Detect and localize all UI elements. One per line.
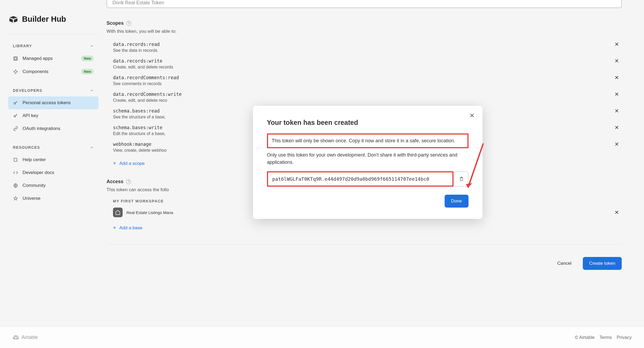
clipboard-icon (459, 176, 464, 182)
footer-brand: Airtable (12, 335, 38, 340)
apps-icon (13, 56, 18, 61)
plus-icon: + (113, 160, 116, 166)
key-icon (13, 100, 18, 106)
svg-line-7 (468, 143, 483, 188)
footer-terms-link[interactable]: Terms (599, 335, 612, 340)
sidebar-item-api-key[interactable]: API key (8, 109, 98, 122)
section-developers[interactable]: Developers (8, 85, 98, 96)
sidebar-item-developer-docs[interactable]: Developer docs (8, 166, 98, 179)
sidebar-item-label: Managed apps (23, 56, 53, 61)
sidebar-item-universe[interactable]: Universe (8, 192, 98, 205)
sidebar: Builder Hub Library Managed apps New Com… (0, 0, 107, 318)
footer-brand-text: Airtable (21, 335, 38, 340)
base-name: Real Estate Listings Mana (126, 210, 173, 215)
sidebar-item-help-center[interactable]: Help center (8, 153, 98, 166)
add-base-link[interactable]: + Add a base (107, 217, 622, 231)
brand: Builder Hub (8, 15, 98, 24)
remove-scope-button[interactable]: ✕ (612, 92, 622, 97)
add-scope-label: Add a scope (119, 161, 145, 166)
sidebar-item-label: OAuth integrations (23, 126, 60, 131)
new-badge: New (81, 56, 94, 61)
book-icon (13, 157, 18, 162)
sidebar-item-label: Universe (23, 196, 41, 201)
sidebar-item-label: Personal access tokens (23, 100, 71, 106)
section-resources[interactable]: Resources (8, 142, 98, 153)
help-icon[interactable]: ? (126, 21, 131, 26)
scope-code: data.records:read (113, 42, 160, 47)
chevron-down-icon (90, 44, 94, 48)
scope-item: data.recordComments:writeCreate, edit, a… (113, 89, 622, 106)
new-badge: New (81, 69, 94, 74)
section-library[interactable]: Library (8, 40, 98, 52)
plus-icon: + (113, 225, 116, 231)
remove-scope-button[interactable]: ✕ (612, 142, 622, 147)
modal-title: Your token has been created (267, 119, 469, 126)
sidebar-item-label: Components (23, 69, 48, 74)
cancel-button[interactable]: Cancel (551, 257, 578, 270)
scope-description: Create, edit, and delete reco (113, 98, 182, 103)
modal-warning-text: This token will only be shown once. Copy… (272, 137, 464, 144)
remove-scope-button[interactable]: ✕ (612, 58, 622, 64)
svg-rect-1 (14, 57, 17, 60)
chevron-down-icon (90, 146, 94, 149)
scope-description: Create, edit, and delete records (113, 65, 173, 70)
done-button[interactable]: Done (445, 195, 469, 208)
key-icon (13, 113, 18, 118)
remove-scope-button[interactable]: ✕ (612, 75, 622, 80)
remove-scope-button[interactable]: ✕ (612, 42, 622, 47)
scope-code: webhook:manage (113, 142, 167, 147)
scope-description: See the data in records (113, 48, 160, 53)
token-name-input[interactable]: Dorik Real Estate Token (107, 0, 622, 8)
remove-base-button[interactable]: ✕ (612, 210, 622, 215)
scope-code: schema.bases:write (113, 125, 166, 130)
create-token-button[interactable]: Create token (583, 257, 622, 270)
sidebar-item-label: Developer docs (23, 170, 54, 175)
footer-copyright: © Airtable (575, 335, 595, 340)
scope-code: schema.bases:read (113, 108, 166, 114)
scope-description: Edit the structure of a base, (113, 131, 166, 136)
sidebar-item-personal-access-tokens[interactable]: Personal access tokens (8, 96, 98, 109)
link-icon (13, 126, 18, 131)
section-label: Resources (13, 145, 40, 150)
scope-description: View, create, delete webhoo (113, 148, 167, 153)
add-base-label: Add a base (119, 225, 142, 231)
sidebar-item-components[interactable]: Components New (8, 65, 98, 78)
code-icon (13, 170, 18, 175)
copy-token-button[interactable] (454, 171, 469, 187)
sidebar-item-oauth[interactable]: OAuth integrations (8, 122, 98, 135)
globe-icon (13, 183, 18, 188)
sidebar-item-label: Community (23, 183, 46, 188)
warning-highlight: This token will only be shown once. Copy… (267, 133, 469, 148)
brand-icon (9, 16, 18, 23)
help-icon[interactable]: ? (126, 179, 131, 184)
component-icon (13, 69, 18, 74)
airtable-icon (12, 335, 19, 340)
modal-info-text: Only use this token for your own develop… (267, 151, 469, 166)
section-label: Developers (13, 88, 42, 93)
star-icon (13, 196, 18, 201)
base-icon (113, 208, 123, 217)
access-title: Access (107, 179, 123, 184)
token-value[interactable]: pat6lWGLFaT0KTq9R.e44d497d20d9a0bd969f66… (267, 171, 453, 187)
scope-description: See the structure of a base, (113, 115, 166, 119)
remove-scope-button[interactable]: ✕ (612, 108, 622, 114)
token-name-value: Dorik Real Estate Token (112, 0, 164, 6)
sidebar-item-managed-apps[interactable]: Managed apps New (8, 52, 98, 65)
sidebar-item-label: API key (23, 113, 38, 118)
section-label: Library (13, 44, 32, 48)
svg-rect-0 (14, 57, 17, 60)
modal-close-button[interactable]: ✕ (470, 112, 474, 119)
remove-scope-button[interactable]: ✕ (612, 125, 622, 130)
footer: Airtable © Airtable Terms Privacy (0, 327, 644, 348)
sidebar-item-label: Help center (23, 157, 46, 162)
scopes-title: Scopes (107, 20, 124, 26)
brand-title: Builder Hub (22, 15, 66, 24)
sidebar-item-community[interactable]: Community (8, 179, 98, 192)
chevron-down-icon (90, 89, 94, 92)
svg-point-3 (14, 115, 16, 117)
scope-code: data.records:write (113, 58, 173, 64)
token-created-modal: ✕ Your token has been created This token… (253, 106, 482, 219)
scope-item: data.records:writeCreate, edit, and dele… (113, 56, 622, 72)
footer-privacy-link[interactable]: Privacy (617, 335, 632, 340)
scope-code: data.recordComments:read (113, 75, 179, 80)
